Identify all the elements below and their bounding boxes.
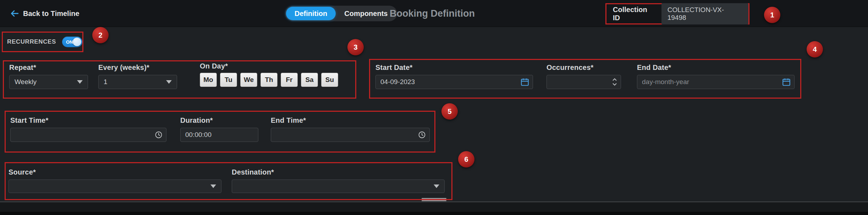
day-button-fr[interactable]: Fr: [281, 73, 298, 87]
toggle-state-label: ON: [66, 39, 73, 45]
annotation-badge-4: 4: [807, 41, 823, 57]
day-button-su[interactable]: Su: [321, 73, 338, 87]
start-date-label: Start Date*: [375, 64, 533, 72]
annotation-badge-2: 2: [92, 27, 109, 43]
start-time-label: Start Time*: [10, 116, 166, 125]
day-button-we[interactable]: We: [240, 73, 257, 87]
annotation-box-4: Start Date* Occurrences* End Date*: [369, 59, 801, 99]
tab-definition[interactable]: Definition: [286, 7, 336, 20]
chevron-down-icon: [434, 184, 439, 188]
every-weeks-select[interactable]: 1: [98, 75, 177, 89]
source-label: Source*: [9, 168, 221, 176]
annotation-box-6: Source* Destination*: [5, 162, 452, 200]
annotation-box-5: Start Time* Duration* End Time*: [5, 111, 435, 153]
annotation-box-2: RECURRENCES ON: [2, 32, 83, 52]
day-button-th[interactable]: Th: [260, 73, 278, 87]
page-title: Booking Definition: [390, 0, 475, 27]
end-date-input[interactable]: [637, 75, 795, 89]
calendar-icon[interactable]: [520, 77, 529, 87]
annotation-badge-3: 3: [347, 39, 364, 55]
back-arrow-icon: [10, 9, 19, 18]
tab-components[interactable]: Components: [336, 7, 396, 20]
annotation-box-1: Collection ID COLLECTION-VX-19498: [605, 3, 749, 24]
end-time-input[interactable]: [271, 128, 430, 142]
repeat-select-value: Weekly: [15, 78, 37, 86]
occurrences-label: Occurrences*: [546, 64, 621, 72]
day-button-mo[interactable]: Mo: [200, 73, 217, 87]
clock-icon[interactable]: [154, 131, 163, 139]
recurrences-toggle[interactable]: ON: [62, 37, 82, 47]
annotation-badge-5: 5: [441, 103, 458, 120]
every-weeks-label: Every (weeks)*: [98, 64, 177, 72]
start-date-input[interactable]: [375, 75, 533, 89]
on-day-label: On Day*: [200, 62, 338, 70]
repeat-label: Repeat*: [9, 64, 88, 72]
annotation-badge-1: 1: [764, 7, 780, 23]
every-weeks-select-value: 1: [104, 78, 108, 86]
collection-id-label: Collection ID: [613, 6, 656, 22]
end-time-label: End Time*: [271, 116, 430, 125]
bottom-edge-bar: [0, 212, 868, 215]
day-button-tu[interactable]: Tu: [220, 73, 237, 87]
annotation-box-3: Repeat* Weekly Every (weeks)* 1 On Day* …: [3, 60, 356, 99]
collection-id-value: COLLECTION-VX-19498: [661, 3, 748, 24]
collection-id-group: Collection ID COLLECTION-VX-19498: [606, 4, 748, 23]
end-date-label: End Date*: [637, 64, 795, 72]
destination-select[interactable]: [232, 180, 445, 193]
calendar-icon[interactable]: [782, 77, 791, 87]
destination-label: Destination*: [232, 168, 445, 176]
chevron-down-icon: [210, 184, 216, 188]
stepper-icon[interactable]: [612, 77, 617, 87]
clock-icon[interactable]: [418, 131, 426, 139]
day-button-group: Mo Tu We Th Fr Sa Su: [200, 73, 338, 87]
duration-label: Duration*: [180, 116, 258, 125]
splitter-drag-handle[interactable]: [422, 198, 446, 202]
recurrences-group: RECURRENCES ON: [3, 33, 82, 51]
booking-definition-screen: Back to Timeline Definition Components B…: [0, 0, 868, 215]
toggle-knob: [73, 38, 81, 46]
bottom-panel-area: [0, 202, 868, 212]
repeat-select[interactable]: Weekly: [9, 75, 88, 89]
source-select[interactable]: [9, 180, 221, 193]
day-button-sa[interactable]: Sa: [301, 73, 318, 87]
view-tabs: Definition Components: [285, 6, 397, 21]
recurrences-label: RECURRENCES: [7, 38, 56, 45]
start-time-input[interactable]: [10, 128, 166, 142]
back-to-timeline-link[interactable]: Back to Timeline: [10, 0, 79, 27]
annotation-badge-6: 6: [458, 151, 474, 167]
occurrences-input[interactable]: [546, 75, 621, 89]
chevron-down-icon: [77, 80, 83, 84]
duration-input[interactable]: [180, 128, 258, 142]
back-link-label: Back to Timeline: [23, 10, 79, 18]
chevron-down-icon: [166, 80, 172, 84]
